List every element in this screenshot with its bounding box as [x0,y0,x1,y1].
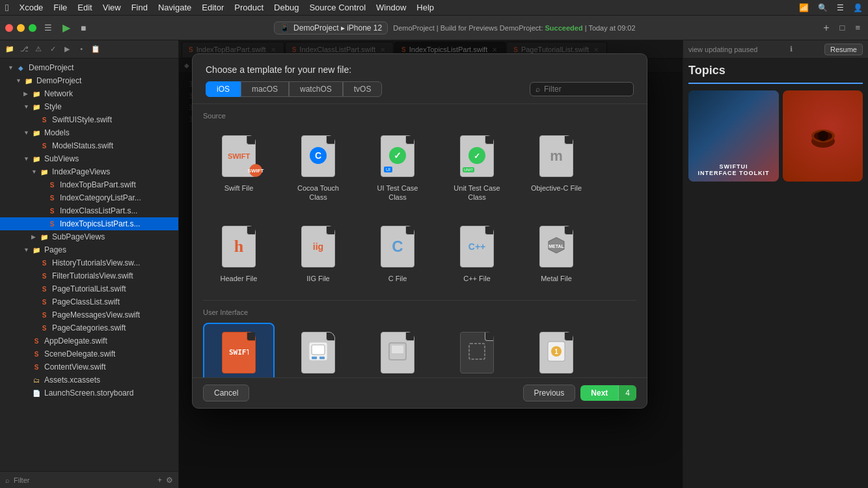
tree-item-pagetutoriallist[interactable]: S PageTutorialList.swift [0,282,178,295]
tree-item-pages[interactable]: ▼ 📁 Pages [0,243,178,256]
tree-item-indexclasslist[interactable]: S IndexClassListPart.s... [0,204,178,217]
tree-item-pagecategories[interactable]: S PageCategories.swift [0,321,178,334]
minimize-window-button[interactable] [17,24,25,32]
add-button[interactable]: + [821,21,832,35]
template-ui-test[interactable]: ✓ UI UI Test CaseClass [362,126,433,209]
search-icon[interactable]: 🔍 [818,3,828,12]
previous-button[interactable]: Previous [523,385,576,401]
tree-label: Network [44,89,73,98]
filter-field[interactable]: ⌕ [530,82,634,96]
menu-edit[interactable]: Edit [77,3,92,12]
tree-item-assets[interactable]: 🗂 Assets.xcassets [0,373,178,386]
tree-item-subviews[interactable]: ▼ 📁 SubViews [0,152,178,165]
tree-label: AppDelegate.swift [44,336,107,346]
run-button[interactable]: ▶ [60,20,73,35]
tree-item-appdelegate[interactable]: S AppDelegate.swift [0,334,178,347]
template-metal[interactable]: METAL Metal File [521,217,592,290]
sidebar-toggle-button[interactable]: ☰ [42,21,55,34]
menu-source-control[interactable]: Source Control [309,3,366,12]
tree-item-launchscreen[interactable]: 📄 LaunchScreen.storyboard [0,386,178,400]
tree-item-indexcategorylist[interactable]: S IndexCategoryListPar... [0,191,178,204]
debug-icon[interactable]: ▶ [61,44,73,55]
folder-icon: 📁 [31,128,42,138]
tree-item-modelstatus[interactable]: S ModelStatus.swift [0,139,178,152]
template-cpp-file[interactable]: C++ C++ File [441,217,513,290]
template-iig[interactable]: iig IIG File [282,217,354,290]
template-icon-swiftui: SWIFT [218,329,260,376]
next-count-button[interactable]: 4 [618,385,636,401]
tree-item-swiftuistyle[interactable]: S SwiftUIStyle.swift [0,113,178,126]
template-swiftui-view[interactable]: SWIFT SwiftUI View [203,323,275,377]
template-empty[interactable]: Empty [441,323,513,377]
menu-editor[interactable]: Editor [202,3,224,12]
close-window-button[interactable] [5,24,13,32]
template-unit-test[interactable]: ✓ UNIT Unit Test CaseClass [441,126,513,209]
layout-button[interactable]: □ [837,21,848,34]
template-launch-screen[interactable]: 1 Launch Screen [521,323,592,377]
template-c-file[interactable]: C C File [362,217,433,290]
svg-rect-10 [312,345,325,355]
tree-item-filtertutorials[interactable]: S FilterTutorialsView.swift [0,269,178,282]
objc-badge: m [550,148,563,165]
dialog-overlay: Choose a template for your new file: iOS… [179,40,683,488]
tab-watchos[interactable]: watchOS [289,81,343,97]
tree-item-pagemessages[interactable]: S PageMessagesView.swift [0,308,178,321]
issue-icon[interactable]: ⚠ [33,44,44,55]
tree-item-scenedelegate[interactable]: S SceneDelegate.swift [0,347,178,360]
tree-item-indextopbar[interactable]: S IndexTopBarPart.swift [0,178,178,191]
template-swift-file[interactable]: SWIFT SWIFT Swift File [203,126,275,209]
template-storyboard[interactable]: Storyboard [282,323,354,377]
menu-xcode[interactable]: Xcode [19,3,43,12]
folder-icon[interactable]: 📁 [4,44,16,55]
tree-item-indexpageviews[interactable]: ▼ 📁 IndexPageViews [0,165,178,178]
tree-item-subpageviews[interactable]: ▶ 📁 SubPageViews [0,230,178,243]
info-icon[interactable]: ℹ [790,45,793,53]
template-header[interactable]: h Header File [203,217,275,290]
template-view[interactable]: View [362,323,433,377]
swift-badge-icon: SWIFT [249,164,262,177]
test-icon[interactable]: ✓ [47,44,59,55]
tab-macos[interactable]: macOS [241,81,289,97]
orange-card[interactable] [783,90,863,182]
template-cocoa-touch[interactable]: C Cocoa TouchClass [282,126,354,209]
breakpoint-icon[interactable]: ⦁ [75,44,87,55]
menu-navigate[interactable]: Navigate [158,3,191,12]
template-objc[interactable]: m Objective-C File [521,126,592,209]
menu-help[interactable]: Help [416,3,434,12]
maximize-window-button[interactable] [29,24,36,32]
menu-debug[interactable]: Debug [274,3,299,12]
dialog-footer: Cancel Previous Next 4 [193,377,647,408]
resume-button[interactable]: Resume [824,44,863,55]
menu-find[interactable]: Find [131,3,148,12]
menu-product[interactable]: Product [234,3,264,12]
source-control-icon[interactable]: ⎇ [18,44,30,55]
tree-item-pageclasslist[interactable]: S PageClassList.swift [0,295,178,308]
apple-menu[interactable]:  [5,2,8,13]
tree-item-models[interactable]: ▼ 📁 Models [0,126,178,139]
template-name: Cocoa TouchClass [297,183,339,202]
tree-item-style[interactable]: ▼ 📁 Style [0,100,178,113]
report-icon[interactable]: 📋 [90,44,102,55]
stop-button[interactable]: ■ [78,21,88,34]
swiftui-card[interactable]: SWIFTUIINTERFACE TOOLKIT [688,90,779,182]
tree-item-demoproject-root[interactable]: ▼ ◆ DemoProject [0,61,178,74]
cancel-button[interactable]: Cancel [203,385,249,401]
storyboard-icon: 📄 [31,388,42,398]
tree-item-network[interactable]: ▶ 📁 Network [0,87,178,100]
next-button[interactable]: Next [580,385,618,401]
menu-view[interactable]: View [103,3,121,12]
tree-item-historytutorials[interactable]: S HistoryTutorialsView.sw... [0,256,178,269]
tree-item-indextopicslist[interactable]: S IndexTopicsListPart.s... [0,217,178,230]
tree-item-demoproject[interactable]: ▼ 📁 DemoProject [0,74,178,87]
new-file-dialog: Choose a template for your new file: iOS… [192,53,647,409]
menu-window[interactable]: Window [376,3,406,12]
tab-tvos[interactable]: tvOS [343,81,383,97]
menu-file[interactable]: File [53,3,67,12]
device-selector[interactable]: 📱 DemoProject ▸ iPhone 12 [274,21,388,34]
filter-input[interactable] [544,85,642,94]
control-center-icon[interactable]: ☰ [837,3,844,12]
device-label: DemoProject ▸ iPhone 12 [293,23,382,33]
inspector-toggle[interactable]: ≡ [852,21,863,34]
tab-ios[interactable]: iOS [206,81,241,97]
tree-item-contentview[interactable]: S ContentView.swift [0,360,178,373]
